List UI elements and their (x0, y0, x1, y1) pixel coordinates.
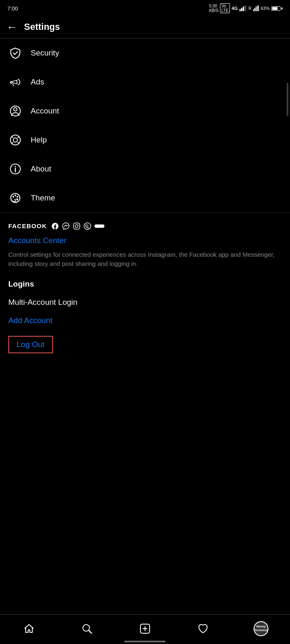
facebook-header: FACEBOOK (8, 222, 282, 230)
svg-rect-1 (241, 8, 242, 11)
signal-bars (239, 5, 247, 11)
svg-rect-8 (257, 6, 258, 11)
megaphone-icon (8, 75, 22, 89)
add-account-link[interactable]: Add Account (8, 316, 282, 325)
multi-account-login[interactable]: Multi-Account Login (8, 298, 282, 307)
svg-point-13 (13, 138, 17, 142)
info-circle-icon (8, 162, 22, 176)
account-label: Account (31, 106, 59, 116)
accounts-center-link[interactable]: Accounts Center (8, 236, 282, 245)
messenger-icon (62, 222, 70, 230)
account-menu-item[interactable]: Account (0, 96, 290, 125)
settings-content: Security Ads Account (0, 39, 290, 399)
svg-line-15 (18, 136, 19, 138)
svg-point-23 (15, 195, 16, 196)
signal-bars-2 (253, 5, 259, 11)
plus-square-icon (139, 623, 151, 634)
nav-search[interactable] (58, 623, 116, 634)
svg-rect-0 (239, 9, 241, 11)
svg-point-20 (15, 166, 16, 167)
svg-point-22 (12, 196, 14, 198)
r-indicator: R (249, 6, 251, 11)
person-circle-icon (8, 104, 22, 118)
svg-rect-4 (246, 5, 247, 11)
svg-point-31 (83, 625, 89, 631)
svg-point-29 (84, 223, 91, 229)
help-label: Help (31, 135, 47, 145)
svg-line-17 (18, 142, 19, 144)
status-bar: 7:00 5.00KB/S VoLTE 4G R 63 (0, 0, 290, 16)
theme-label: Theme (31, 193, 55, 203)
bottom-spacer (0, 366, 290, 399)
lifebuoy-icon (8, 133, 22, 147)
4g-indicator: 4G (232, 6, 238, 11)
nav-home[interactable] (0, 623, 58, 634)
bottom-nav: MoneyTechnical (0, 614, 290, 644)
svg-rect-2 (243, 7, 244, 11)
about-label: About (31, 164, 51, 174)
svg-rect-3 (244, 5, 246, 11)
logout-button[interactable]: Log Out (8, 336, 53, 353)
network-speed: 5.00KB/S (209, 4, 219, 13)
help-menu-item[interactable]: Help (0, 125, 290, 154)
svg-point-27 (75, 224, 78, 227)
facebook-label: FACEBOOK (8, 222, 47, 229)
theme-menu-item[interactable]: Theme (0, 183, 290, 212)
back-button[interactable]: ← (7, 22, 17, 32)
svg-rect-9 (258, 5, 259, 11)
home-icon (23, 623, 35, 634)
profile-avatar: MoneyTechnical (254, 621, 268, 636)
volte-indicator: VoLTE (220, 3, 230, 13)
settings-header: ← Settings (0, 16, 290, 39)
about-menu-item[interactable]: About (0, 154, 290, 183)
whatsapp-icon (83, 222, 92, 230)
logins-section: Logins Multi-Account Login Add Account (0, 269, 290, 325)
nav-indicator (124, 641, 166, 642)
ads-label: Ads (31, 77, 44, 87)
instagram-icon (72, 222, 81, 230)
battery-percent: 63% (261, 6, 270, 11)
svg-rect-7 (256, 7, 256, 11)
facebook-brand-icons (51, 222, 105, 230)
svg-point-28 (78, 224, 79, 224)
page-title: Settings (24, 22, 60, 32)
svg-rect-5 (253, 9, 254, 11)
heart-icon (197, 623, 209, 634)
time: 7:00 (7, 5, 18, 12)
facebook-section: FACEBOOK (0, 213, 290, 269)
shield-check-icon (8, 46, 22, 60)
ads-menu-item[interactable]: Ads (0, 68, 290, 96)
svg-line-14 (12, 136, 13, 138)
security-menu-item[interactable]: Security (0, 39, 290, 68)
security-label: Security (31, 48, 59, 58)
battery-icon (271, 6, 283, 11)
palette-icon (8, 191, 22, 205)
nav-activity[interactable] (174, 623, 232, 634)
svg-point-24 (17, 196, 18, 198)
scrollbar (287, 83, 288, 116)
logins-title: Logins (8, 280, 282, 289)
nav-profile[interactable]: MoneyTechnical (232, 621, 290, 636)
accounts-center-description: Control settings for connected experienc… (8, 250, 282, 269)
svg-rect-6 (254, 8, 255, 11)
logout-container: Log Out (0, 336, 290, 366)
svg-line-16 (12, 142, 13, 144)
svg-rect-30 (94, 224, 104, 228)
facebook-icon (51, 222, 59, 230)
svg-rect-26 (74, 223, 80, 229)
meta-icon (94, 223, 105, 229)
search-icon (81, 623, 93, 634)
status-indicators: 5.00KB/S VoLTE 4G R 63% (209, 3, 283, 13)
svg-line-32 (89, 630, 92, 633)
nav-new-post[interactable] (116, 623, 174, 634)
svg-point-11 (14, 108, 17, 111)
